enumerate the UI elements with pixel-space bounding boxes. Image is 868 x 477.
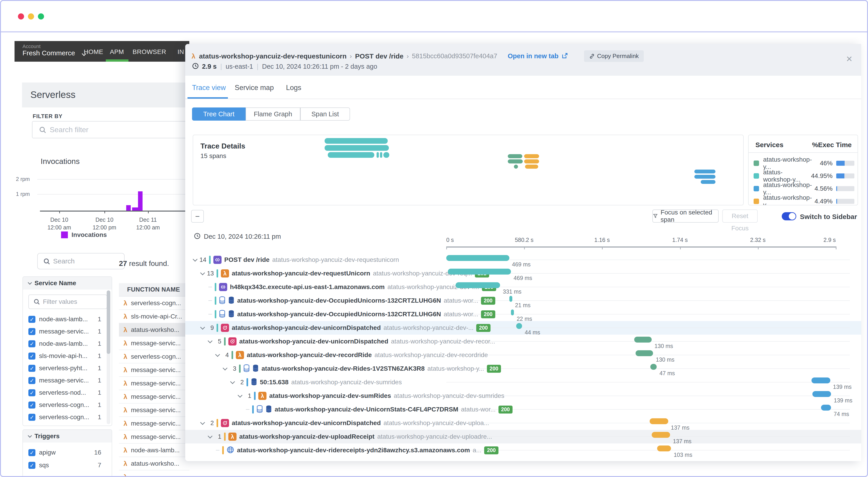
span-duration-bar[interactable] (516, 323, 522, 329)
service-legend-row[interactable]: atatus-workshop-y...46% (753, 156, 855, 170)
span-row[interactable]: 1λatatus-workshop-yancuiz-dev-sumRidesat… (185, 389, 861, 403)
span-title[interactable]: POST dev /ride (224, 256, 270, 264)
search-input[interactable]: Search (37, 253, 125, 269)
account-switcher[interactable]: Fresh Commerce (23, 49, 86, 57)
collapse-all-button[interactable]: − (191, 210, 204, 223)
open-in-new-tab-link[interactable]: Open in new tab (508, 53, 559, 60)
function-row[interactable]: λnode-aws-lamb... (119, 444, 189, 457)
close-icon[interactable]: × (846, 53, 852, 65)
function-row[interactable]: λmessage-servic... (119, 390, 189, 404)
service-filter-item[interactable]: ✓serverless-pyht...1 (23, 362, 112, 374)
service-filter-item[interactable]: ✓serverless-cogn...1 (23, 399, 112, 411)
span-title[interactable]: h48kqx343c.execute-api.us-east-1.amazona… (230, 283, 385, 291)
span-row[interactable]: atatus-workshop-yancuiz-dev-UnicornStats… (185, 403, 861, 416)
function-row[interactable]: λmessage-servic... (119, 430, 189, 444)
span-title[interactable]: atatus-workshop-yancuiz-dev-unicornDispa… (232, 419, 381, 427)
span-title[interactable]: atatus-workshop-yancuiz-dev-ridereceipts… (237, 447, 470, 454)
service-legend-row[interactable]: atatus-workshop-y...44.95% (753, 169, 855, 183)
span-duration-bar[interactable] (650, 364, 657, 370)
service-filter-item[interactable]: ✓message-servic...1 (23, 325, 112, 338)
nav-tab-apm[interactable]: APM (110, 48, 124, 56)
checkbox-checked[interactable]: ✓ (28, 328, 35, 335)
trigger-item[interactable]: ✓apigw16 (23, 446, 112, 459)
checkbox-checked[interactable]: ✓ (28, 402, 35, 409)
breadcrumb-service[interactable]: atatus-workshop-yancuiz-dev-requestunico… (199, 53, 347, 60)
focus-selected-span-button[interactable]: Focus on selected span (652, 209, 719, 223)
tab-service-map[interactable]: Service map (235, 84, 274, 92)
nav-tab-in[interactable]: IN (178, 48, 184, 56)
span-duration-bar[interactable] (511, 309, 514, 315)
service-filter-item[interactable]: ✓node-aws-lamb...1 (23, 313, 112, 325)
reset-focus-button[interactable]: Reset Focus (722, 209, 758, 223)
checkbox-checked[interactable]: ✓ (28, 377, 35, 384)
span-title[interactable]: atatus-workshop-yancuiz-dev-Rides-1V2STN… (261, 365, 425, 372)
chevron-down-icon[interactable] (223, 366, 227, 370)
service-name-header[interactable]: Service Name (23, 277, 112, 289)
nav-tab-browser[interactable]: BROWSER (132, 48, 166, 56)
function-row[interactable]: λ (119, 470, 189, 477)
chevron-down-icon[interactable] (200, 420, 205, 424)
copy-permalink-button[interactable]: Copy Permalink (584, 50, 644, 62)
span-title[interactable]: atatus-workshop-yancuiz-dev-OccupiedUnic… (237, 297, 441, 304)
chevron-down-icon[interactable] (215, 352, 220, 356)
span-row[interactable]: 9atatus-workshop-yancuiz-dev-unicornDisp… (185, 321, 861, 335)
span-row[interactable]: 2atatus-workshop-yancuiz-dev-unicornDisp… (185, 416, 861, 430)
breadcrumb-route[interactable]: POST dev /ride (355, 53, 403, 60)
span-duration-bar[interactable] (448, 269, 511, 275)
span-duration-bar[interactable] (657, 445, 671, 451)
service-filter-item[interactable]: ✓sls-movie-api-h...1 (23, 350, 112, 362)
function-row[interactable]: λserverless-cogn... (119, 297, 189, 310)
span-duration-bar[interactable] (812, 391, 831, 397)
checkbox-checked[interactable]: ✓ (28, 316, 35, 323)
minimize-window-icon[interactable] (28, 13, 34, 20)
span-title[interactable]: 50:15.638 (260, 379, 288, 386)
chevron-down-icon[interactable] (238, 393, 242, 398)
function-row[interactable]: λmessage-servic... (119, 404, 189, 417)
span-row[interactable]: 3atatus-workshop-yancuiz-dev-Rides-1V2ST… (185, 362, 861, 375)
span-row[interactable]: atatus-workshop-yancuiz-dev-OccupiedUnic… (185, 307, 861, 321)
service-filter-item[interactable]: ✓message-servic...1 (23, 374, 112, 386)
trigger-item[interactable]: ✓sqs7 (23, 459, 112, 472)
chevron-down-icon[interactable] (200, 270, 205, 275)
chevron-down-icon[interactable] (230, 379, 235, 384)
span-title[interactable]: atatus-workshop-yancuiz-dev-unicornDispa… (232, 324, 381, 332)
span-duration-bar[interactable] (636, 350, 653, 356)
chevron-down-icon[interactable] (208, 338, 213, 343)
checkbox-checked[interactable]: ✓ (28, 352, 35, 360)
service-filter-item[interactable]: ✓node-aws-lamb...1 (23, 338, 112, 350)
tab-trace-view[interactable]: Trace view (192, 84, 226, 92)
checkbox-checked[interactable]: ✓ (28, 449, 35, 456)
scrollbar-thumb[interactable] (107, 291, 110, 354)
span-duration-bar[interactable] (650, 418, 668, 424)
function-row[interactable]: λatatus-worksho... (119, 457, 189, 470)
checkbox-checked[interactable]: ✓ (28, 414, 35, 421)
checkbox-checked[interactable]: ✓ (28, 389, 35, 396)
service-legend-row[interactable]: atatus-workshop-y...4.56% (753, 181, 855, 196)
external-link-icon[interactable] (561, 53, 568, 60)
span-duration-bar[interactable] (652, 432, 670, 438)
span-duration-bar[interactable] (634, 337, 652, 343)
function-row[interactable]: λmessage-servic... (119, 377, 189, 390)
span-duration-bar[interactable] (446, 255, 509, 261)
view-button-tree-chart[interactable]: Tree Chart (192, 107, 246, 121)
service-filter-item[interactable]: ✓serverless-nod...1 (23, 386, 112, 399)
chevron-down-icon[interactable] (200, 325, 205, 330)
nav-tab-home[interactable]: HOME (84, 48, 103, 56)
checkbox-checked[interactable]: ✓ (28, 426, 35, 426)
span-row[interactable]: 4λatatus-workshop-yancuiz-dev-recordRide… (185, 348, 861, 362)
function-row[interactable]: λmessage-servic... (119, 337, 189, 350)
span-title[interactable]: atatus-workshop-yancuiz-dev-unicornDispa… (239, 338, 389, 345)
span-duration-bar[interactable] (509, 296, 512, 302)
service-filter-item[interactable]: ✓serverless-cogn...1 (23, 411, 112, 423)
search-filter-input[interactable]: Search filter (32, 121, 189, 138)
triggers-header[interactable]: Triggers (23, 430, 112, 443)
function-row[interactable]: λsls-movie-api-Cr... (119, 310, 189, 323)
span-title[interactable]: atatus-workshop-yancuiz-dev-uploadReceip… (239, 433, 375, 440)
span-row[interactable]: 13λatatus-workshop-yancuiz-dev-requestUn… (185, 267, 861, 280)
span-title[interactable]: atatus-workshop-yancuiz-dev-sumRides (269, 392, 391, 400)
service-filter-item[interactable]: ✓ (23, 423, 112, 426)
span-duration-bar[interactable] (821, 405, 831, 411)
service-legend-row[interactable]: atatus-workshop-y...4.49% (753, 194, 855, 205)
span-row[interactable]: 14POST dev /rideatatus-workshop-yancuiz-… (185, 253, 861, 267)
maximize-window-icon[interactable] (38, 13, 44, 20)
